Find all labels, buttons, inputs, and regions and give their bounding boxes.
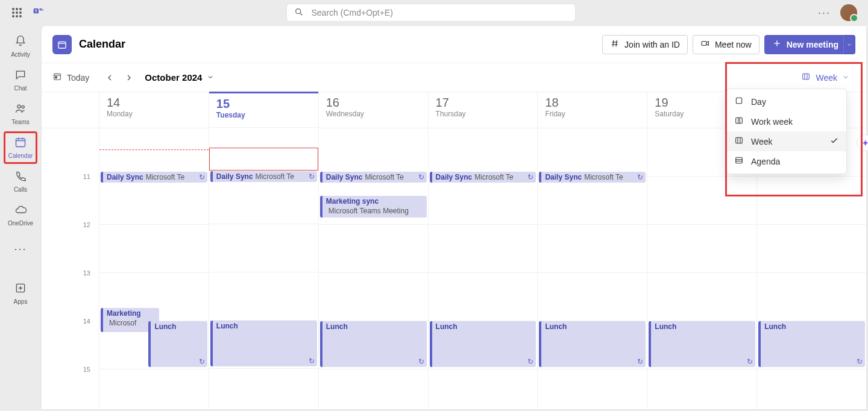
time-label: 14 <box>83 318 90 325</box>
teams-logo-icon: T <box>33 5 45 20</box>
day-header[interactable]: 17 Thursday <box>429 92 538 128</box>
event-daily-sync[interactable]: ↻Daily SyncMicrosoft Te <box>210 171 317 182</box>
search-icon <box>294 7 304 19</box>
view-option-week[interactable]: Week <box>727 131 846 151</box>
view-option-day[interactable]: Day <box>727 92 846 111</box>
titlebar: T Search (Cmd+Opt+E) ··· <box>0 0 868 25</box>
day-header[interactable]: 14 Monday <box>99 92 209 128</box>
recurring-icon: ↻ <box>418 357 424 366</box>
event-daily-sync[interactable]: ↻Daily SyncMicrosoft Te <box>430 172 536 183</box>
day-col-tuesday: 15 Tuesday ↻Daily SyncMicrosoft Te Lunch… <box>209 92 319 409</box>
day-body[interactable]: ↻Daily SyncMicrosoft Te MarketingMicroso… <box>99 128 209 411</box>
event-lunch[interactable]: Lunch↻ <box>210 321 317 366</box>
recurring-icon: ↻ <box>527 357 533 366</box>
event-daily-sync[interactable]: ↻Daily SyncMicrosoft Te <box>101 172 207 183</box>
event-daily-sync[interactable]: ↻Daily SyncMicrosoft Te <box>320 172 427 183</box>
svg-text:T: T <box>35 9 37 13</box>
view-option-agenda[interactable]: Agenda <box>727 151 846 171</box>
time-label: 13 <box>83 269 90 277</box>
day-body[interactable]: ↻Daily SyncMicrosoft Te Lunch↻ <box>538 128 647 411</box>
rail-teams[interactable]: Teams <box>4 98 37 130</box>
time-label: 11 <box>83 173 90 180</box>
svg-rect-31 <box>736 118 743 123</box>
calendar-toolbar: Today October 2024 Week <box>42 63 866 92</box>
svg-point-7 <box>22 105 24 108</box>
search-input[interactable]: Search (Cmd+Opt+E) <box>286 4 576 22</box>
check-icon <box>829 136 839 147</box>
current-time-slot <box>209 148 318 171</box>
rail-onedrive[interactable]: OneDrive <box>4 199 37 231</box>
day-header[interactable]: 18 Friday <box>538 92 647 128</box>
phone-icon <box>14 170 27 185</box>
bell-icon <box>14 35 27 50</box>
rail-apps[interactable]: Apps <box>4 277 37 310</box>
day-header[interactable]: 15 Tuesday <box>209 92 318 128</box>
chat-icon <box>14 69 27 84</box>
rail-calls[interactable]: Calls <box>4 165 37 198</box>
recurring-icon: ↻ <box>637 173 643 181</box>
view-option-work-week[interactable]: Work week <box>727 111 846 131</box>
event-lunch[interactable]: Lunch↻ <box>649 321 755 367</box>
day-view-icon <box>734 96 744 107</box>
today-button[interactable]: Today <box>52 72 89 83</box>
svg-line-5 <box>300 13 302 15</box>
svg-line-19 <box>613 40 614 47</box>
join-with-id-button[interactable]: Join with an ID <box>602 35 688 54</box>
more-button[interactable]: ··· <box>818 7 831 19</box>
svg-rect-26 <box>55 77 57 78</box>
event-lunch[interactable]: Lunch↻ <box>758 321 865 367</box>
video-icon <box>700 39 710 50</box>
cloud-icon <box>14 204 27 219</box>
plus-icon <box>772 39 782 50</box>
app-launcher-button[interactable] <box>5 8 29 17</box>
day-body[interactable]: ↻Daily SyncMicrosoft Te Lunch↻ <box>209 128 318 411</box>
rail-more[interactable]: ··· <box>4 233 37 265</box>
work-week-icon <box>734 116 744 127</box>
next-week-button[interactable] <box>119 68 139 87</box>
recurring-icon: ↻ <box>309 172 315 181</box>
day-body[interactable]: ↻Daily SyncMicrosoft Te Lunch↻ <box>429 128 538 411</box>
event-marketing-sync[interactable]: Marketing syncMicrosoft Teams Meeting <box>320 196 427 218</box>
time-gutter: 11 12 13 14 15 <box>42 92 99 409</box>
chevron-down-icon <box>842 73 849 83</box>
week-view-icon <box>801 72 811 83</box>
recurring-icon: ↻ <box>637 357 643 366</box>
calendar-today-icon <box>52 72 62 83</box>
svg-rect-27 <box>803 74 810 79</box>
event-lunch[interactable]: Lunch↻ <box>148 321 207 367</box>
rail-chat[interactable]: Chat <box>4 64 37 96</box>
agenda-icon <box>734 155 744 167</box>
svg-point-6 <box>17 105 20 108</box>
event-lunch[interactable]: Lunch↻ <box>430 321 536 367</box>
recurring-icon: ↻ <box>309 357 315 365</box>
week-view-icon <box>734 136 744 147</box>
new-meeting-dropdown[interactable] <box>843 35 855 54</box>
user-avatar[interactable] <box>840 4 857 21</box>
svg-rect-30 <box>736 98 741 103</box>
rail-activity[interactable]: Activity <box>4 30 37 63</box>
day-body[interactable]: ↻Daily SyncMicrosoft Te Marketing syncMi… <box>319 128 428 411</box>
sparkle-icon: ✦ <box>861 137 869 149</box>
recurring-icon: ↻ <box>527 173 533 181</box>
meet-now-button[interactable]: Meet now <box>693 35 760 54</box>
day-header[interactable]: 16 Wednesday <box>319 92 428 128</box>
event-daily-sync[interactable]: ↻Daily SyncMicrosoft Te <box>539 172 646 183</box>
main-panel: Calendar Join with an ID Meet now New me… <box>41 25 867 410</box>
search-placeholder: Search (Cmd+Opt+E) <box>311 8 392 17</box>
recurring-icon: ↻ <box>418 173 424 181</box>
apps-icon <box>14 282 27 297</box>
view-picker[interactable]: Week <box>795 68 855 87</box>
new-meeting-button[interactable]: New meeting <box>764 35 846 54</box>
event-lunch[interactable]: Lunch↻ <box>539 321 646 367</box>
rail-calendar[interactable]: Calendar <box>4 131 37 164</box>
calendar-app-icon <box>52 35 72 54</box>
svg-point-2 <box>39 8 42 11</box>
month-picker[interactable]: October 2024 <box>145 72 214 83</box>
svg-line-20 <box>616 40 617 47</box>
prev-week-button[interactable] <box>100 68 119 87</box>
svg-rect-37 <box>736 157 743 163</box>
event-lunch[interactable]: Lunch↻ <box>320 321 427 367</box>
chevron-down-icon <box>207 72 214 83</box>
recurring-icon: ↻ <box>199 357 205 366</box>
day-col-thursday: 17 Thursday ↻Daily SyncMicrosoft Te Lunc… <box>429 92 538 409</box>
